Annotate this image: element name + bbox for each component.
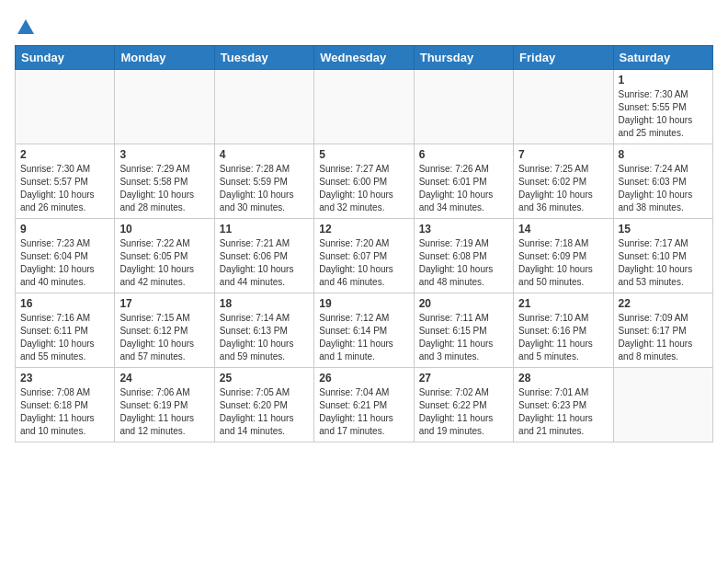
- day-info: Sunrise: 7:26 AM Sunset: 6:01 PM Dayligh…: [419, 163, 508, 214]
- day-number: 20: [419, 297, 508, 310]
- day-number: 22: [619, 297, 708, 310]
- calendar-cell: 14Sunrise: 7:18 AM Sunset: 6:09 PM Dayli…: [514, 218, 613, 293]
- calendar-cell: 6Sunrise: 7:26 AM Sunset: 6:01 PM Daylig…: [414, 144, 513, 218]
- day-number: 11: [220, 223, 309, 236]
- day-number: 12: [319, 223, 408, 236]
- day-of-week-header: Wednesday: [314, 45, 414, 69]
- calendar-week-row: 16Sunrise: 7:16 AM Sunset: 6:11 PM Dayli…: [16, 293, 713, 367]
- day-info: Sunrise: 7:04 AM Sunset: 6:21 PM Dayligh…: [319, 386, 408, 438]
- day-info: Sunrise: 7:17 AM Sunset: 6:10 PM Dayligh…: [619, 237, 708, 289]
- day-info: Sunrise: 7:12 AM Sunset: 6:14 PM Dayligh…: [319, 312, 408, 363]
- calendar-cell: 4Sunrise: 7:28 AM Sunset: 5:59 PM Daylig…: [214, 144, 313, 218]
- day-info: Sunrise: 7:27 AM Sunset: 6:00 PM Dayligh…: [319, 163, 408, 214]
- calendar-cell: 1Sunrise: 7:30 AM Sunset: 5:55 PM Daylig…: [613, 69, 712, 144]
- calendar-cell: 13Sunrise: 7:19 AM Sunset: 6:08 PM Dayli…: [414, 218, 513, 293]
- calendar-cell: 20Sunrise: 7:11 AM Sunset: 6:15 PM Dayli…: [414, 293, 513, 367]
- day-info: Sunrise: 7:24 AM Sunset: 6:03 PM Dayligh…: [619, 163, 708, 214]
- calendar-cell: 18Sunrise: 7:14 AM Sunset: 6:13 PM Dayli…: [214, 293, 313, 367]
- day-info: Sunrise: 7:23 AM Sunset: 6:04 PM Dayligh…: [20, 237, 109, 289]
- day-number: 23: [20, 372, 109, 385]
- calendar-cell: 9Sunrise: 7:23 AM Sunset: 6:04 PM Daylig…: [16, 218, 115, 293]
- day-number: 16: [20, 297, 109, 310]
- day-info: Sunrise: 7:08 AM Sunset: 6:18 PM Dayligh…: [20, 386, 109, 438]
- calendar-cell: 26Sunrise: 7:04 AM Sunset: 6:21 PM Dayli…: [314, 367, 414, 442]
- day-info: Sunrise: 7:15 AM Sunset: 6:12 PM Dayligh…: [119, 312, 209, 363]
- day-info: Sunrise: 7:25 AM Sunset: 6:02 PM Dayligh…: [518, 163, 608, 214]
- calendar-table: SundayMondayTuesdayWednesdayThursdayFrid…: [15, 45, 713, 442]
- calendar-cell: 27Sunrise: 7:02 AM Sunset: 6:22 PM Dayli…: [414, 367, 513, 442]
- day-number: 13: [419, 223, 508, 236]
- day-of-week-header: Friday: [514, 45, 613, 69]
- calendar-week-row: 2Sunrise: 7:30 AM Sunset: 5:57 PM Daylig…: [16, 144, 713, 218]
- calendar-week-row: 9Sunrise: 7:23 AM Sunset: 6:04 PM Daylig…: [16, 218, 713, 293]
- day-number: 7: [518, 148, 608, 161]
- calendar-week-row: 23Sunrise: 7:08 AM Sunset: 6:18 PM Dayli…: [16, 367, 713, 442]
- day-info: Sunrise: 7:28 AM Sunset: 5:59 PM Dayligh…: [220, 163, 309, 214]
- day-of-week-header: Monday: [115, 45, 214, 69]
- day-info: Sunrise: 7:19 AM Sunset: 6:08 PM Dayligh…: [419, 237, 508, 289]
- calendar-cell: [314, 69, 414, 144]
- day-number: 5: [319, 148, 408, 161]
- calendar-cell: 12Sunrise: 7:20 AM Sunset: 6:07 PM Dayli…: [314, 218, 414, 293]
- day-number: 19: [319, 297, 408, 310]
- day-of-week-header: Saturday: [613, 45, 712, 69]
- calendar-cell: 17Sunrise: 7:15 AM Sunset: 6:12 PM Dayli…: [115, 293, 214, 367]
- calendar-cell: 8Sunrise: 7:24 AM Sunset: 6:03 PM Daylig…: [613, 144, 712, 218]
- day-number: 17: [119, 297, 209, 310]
- day-info: Sunrise: 7:02 AM Sunset: 6:22 PM Dayligh…: [419, 386, 508, 438]
- calendar-cell: 16Sunrise: 7:16 AM Sunset: 6:11 PM Dayli…: [16, 293, 115, 367]
- day-of-week-header: Sunday: [16, 45, 115, 69]
- calendar-cell: 21Sunrise: 7:10 AM Sunset: 6:16 PM Dayli…: [514, 293, 613, 367]
- calendar-cell: 2Sunrise: 7:30 AM Sunset: 5:57 PM Daylig…: [16, 144, 115, 218]
- day-info: Sunrise: 7:18 AM Sunset: 6:09 PM Dayligh…: [518, 237, 608, 289]
- calendar-cell: 23Sunrise: 7:08 AM Sunset: 6:18 PM Dayli…: [16, 367, 115, 442]
- calendar-cell: [414, 69, 513, 144]
- day-number: 25: [220, 372, 309, 385]
- day-info: Sunrise: 7:11 AM Sunset: 6:15 PM Dayligh…: [419, 312, 508, 363]
- calendar-cell: [16, 69, 115, 144]
- day-number: 21: [518, 297, 608, 310]
- page-header: [15, 15, 713, 36]
- day-number: 1: [619, 74, 708, 86]
- logo-icon: [16, 17, 36, 38]
- day-info: Sunrise: 7:22 AM Sunset: 6:05 PM Dayligh…: [119, 237, 209, 289]
- day-info: Sunrise: 7:30 AM Sunset: 5:57 PM Dayligh…: [20, 163, 109, 214]
- calendar-cell: [214, 69, 313, 144]
- day-number: 28: [518, 372, 608, 385]
- day-number: 27: [419, 372, 508, 385]
- day-of-week-header: Tuesday: [214, 45, 313, 69]
- day-info: Sunrise: 7:10 AM Sunset: 6:16 PM Dayligh…: [518, 312, 608, 363]
- day-number: 3: [119, 148, 209, 161]
- day-number: 9: [20, 223, 109, 236]
- day-info: Sunrise: 7:20 AM Sunset: 6:07 PM Dayligh…: [319, 237, 408, 289]
- day-info: Sunrise: 7:21 AM Sunset: 6:06 PM Dayligh…: [220, 237, 309, 289]
- calendar-cell: 3Sunrise: 7:29 AM Sunset: 5:58 PM Daylig…: [115, 144, 214, 218]
- day-number: 4: [220, 148, 309, 161]
- calendar-cell: [514, 69, 613, 144]
- logo: [15, 15, 36, 36]
- calendar-week-row: 1Sunrise: 7:30 AM Sunset: 5:55 PM Daylig…: [16, 69, 713, 144]
- calendar-cell: 25Sunrise: 7:05 AM Sunset: 6:20 PM Dayli…: [214, 367, 313, 442]
- day-number: 2: [20, 148, 109, 161]
- day-number: 15: [619, 223, 708, 236]
- calendar-cell: 24Sunrise: 7:06 AM Sunset: 6:19 PM Dayli…: [115, 367, 214, 442]
- calendar-cell: 15Sunrise: 7:17 AM Sunset: 6:10 PM Dayli…: [613, 218, 712, 293]
- day-info: Sunrise: 7:09 AM Sunset: 6:17 PM Dayligh…: [619, 312, 708, 363]
- day-info: Sunrise: 7:30 AM Sunset: 5:55 PM Dayligh…: [619, 88, 708, 140]
- day-number: 26: [319, 372, 408, 385]
- calendar-header-row: SundayMondayTuesdayWednesdayThursdayFrid…: [16, 45, 713, 69]
- calendar-cell: [115, 69, 214, 144]
- calendar-cell: [613, 367, 712, 442]
- day-number: 18: [220, 297, 309, 310]
- day-number: 24: [119, 372, 209, 385]
- day-info: Sunrise: 7:29 AM Sunset: 5:58 PM Dayligh…: [119, 163, 209, 214]
- day-number: 6: [419, 148, 508, 161]
- calendar-cell: 10Sunrise: 7:22 AM Sunset: 6:05 PM Dayli…: [115, 218, 214, 293]
- calendar-cell: 19Sunrise: 7:12 AM Sunset: 6:14 PM Dayli…: [314, 293, 414, 367]
- day-info: Sunrise: 7:06 AM Sunset: 6:19 PM Dayligh…: [119, 386, 209, 438]
- day-number: 10: [119, 223, 209, 236]
- svg-marker-0: [17, 19, 34, 34]
- day-info: Sunrise: 7:01 AM Sunset: 6:23 PM Dayligh…: [518, 386, 608, 438]
- day-of-week-header: Thursday: [414, 45, 513, 69]
- day-number: 8: [619, 148, 708, 161]
